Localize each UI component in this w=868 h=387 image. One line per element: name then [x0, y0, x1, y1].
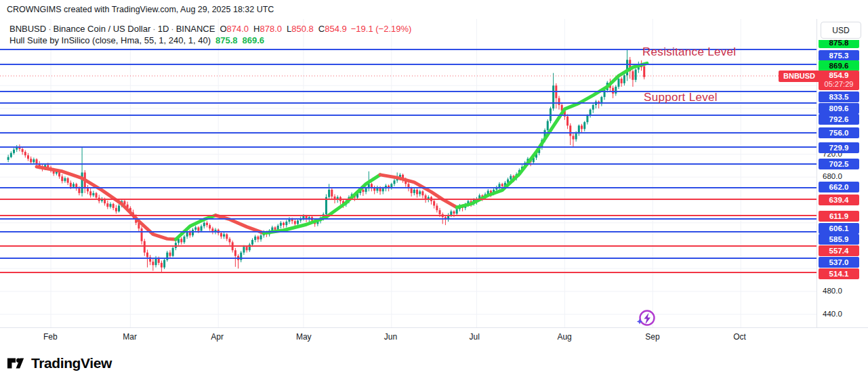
price-level-chip: 729.9 [819, 142, 859, 153]
price-level-chip: 611.9 [819, 211, 859, 222]
legend-interval: 1D [158, 24, 169, 34]
symbol-legend-row[interactable]: BNBUSD·Binance Coin / US Dollar·1D·BINAN… [9, 23, 411, 35]
price-level-chip: 639.4 [819, 195, 859, 205]
current-price-chip: 854.905:27:29 [819, 70, 859, 90]
month-label-mar: Mar [123, 332, 137, 342]
price-level-chip: 702.5 [819, 159, 859, 169]
month-label-aug: Aug [557, 332, 571, 342]
legend: BNBUSD·Binance Coin / US Dollar·1D·BINAN… [9, 23, 411, 46]
price-level-chip: 537.0 [819, 257, 859, 268]
attribution-bar: CROWNGIMS created with TradingView.com, … [0, 0, 868, 20]
month-label-oct: Oct [733, 332, 746, 342]
currency-area: USD [817, 19, 868, 40]
tradingview-wordmark: TradingView [31, 355, 112, 371]
legend-symbol: BNBUSD [9, 24, 46, 34]
price-level-chip: 756.0 [819, 127, 859, 138]
month-label-jun: Jun [384, 332, 397, 342]
hull-value-2: 869.6 [243, 35, 265, 45]
price-level-chip: 833.5 [819, 91, 859, 102]
legend-high: 878.0 [260, 24, 283, 34]
price-level-chip: 606.1 [819, 223, 859, 234]
price-level-chip: 514.1 [819, 268, 859, 279]
hull-value-chip: 869.6 [819, 60, 859, 71]
price-level-chip: 557.4 [819, 245, 859, 256]
legend-low: 850.8 [291, 24, 314, 34]
month-label-jul: Jul [470, 332, 480, 342]
currency-usd-button[interactable]: USD [821, 22, 861, 39]
tradingview-logo-icon [7, 355, 26, 371]
lightning-sticker-icon [634, 306, 659, 331]
legend-change: −19.1 (−2.19%) [351, 24, 412, 34]
month-label-apr: Apr [211, 332, 224, 342]
support-annotation: Support Level [644, 91, 718, 104]
price-level-chip: 875.3 [819, 50, 859, 61]
price-level-chip: 792.6 [819, 114, 859, 125]
legend-description: Binance Coin / US Dollar [54, 24, 151, 34]
price-level-chip: 585.9 [819, 234, 859, 245]
axis-price-label: 480.0 [823, 287, 842, 295]
legend-close: 854.9 [325, 24, 347, 34]
price-axis[interactable]: USD 720.0680.0480.0440.0875.3833.5809.67… [817, 19, 868, 327]
month-label-feb: Feb [43, 332, 58, 342]
indicator-legend-row[interactable]: Hull Suite by InSilico (close, Hma, 55, … [9, 35, 411, 46]
month-label-sep: Sep [645, 332, 659, 342]
resistance-annotation: Resisitance Level [642, 45, 736, 59]
hull-value-1: 875.8 [215, 35, 238, 45]
symbol-price-tag: BNBUSD [779, 70, 820, 82]
legend-exchange: BINANCE [176, 24, 215, 34]
month-label-may: May [296, 332, 312, 342]
axis-price-label: 440.0 [823, 310, 842, 318]
chart-pane[interactable] [0, 19, 817, 327]
indicator-name: Hull Suite by InSilico (close, Hma, 55, … [9, 35, 211, 45]
axis-price-label: 680.0 [823, 172, 842, 180]
time-axis[interactable]: FebMarAprMayJunJulAugSepOct [0, 328, 868, 346]
attribution-text: CROWNGIMS created with TradingView.com, … [7, 5, 274, 14]
price-level-chip: 809.6 [819, 103, 859, 114]
legend-open: 874.0 [227, 24, 249, 34]
price-level-chip: 662.0 [819, 182, 859, 192]
footer-brand[interactable]: TradingView [7, 355, 112, 371]
